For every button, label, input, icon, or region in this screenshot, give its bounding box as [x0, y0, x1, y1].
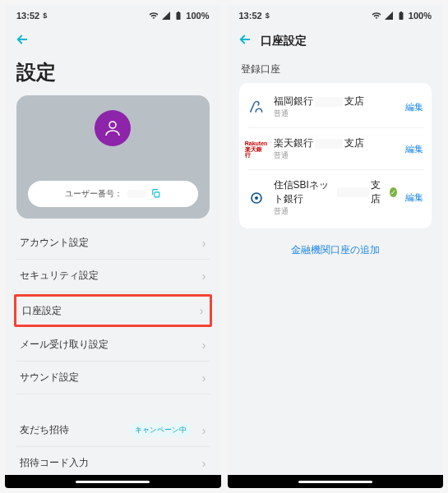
chevron-right-icon: › — [202, 457, 206, 470]
signal-icon — [161, 11, 171, 21]
bank-icon-fukuoka — [247, 98, 266, 116]
back-button[interactable] — [15, 32, 30, 50]
account-info: 福岡銀行 支店 普通 — [274, 94, 398, 119]
content-area: 登録口座 福岡銀行 支店 普通 編集 Rakuten楽天銀行 — [228, 56, 444, 475]
settings-item-security[interactable]: セキュリティ設定 › — [16, 260, 210, 293]
settings-item-invite[interactable]: 友だち招待 キャンペーン中 › — [16, 414, 210, 447]
page-title: 設定 — [16, 59, 210, 85]
account-row-fukuoka[interactable]: 福岡銀行 支店 普通 編集 — [247, 86, 424, 128]
svg-point-0 — [109, 122, 116, 128]
bank-suffix: 支店 — [371, 178, 385, 206]
verified-icon: ✓ — [390, 187, 397, 197]
account-type: 普通 — [274, 108, 398, 119]
campaign-badge: キャンペーン中 — [129, 423, 192, 437]
account-row-rakuten[interactable]: Rakuten楽天銀行 楽天銀行 支店 普通 編集 — [247, 128, 424, 170]
app-bar: 口座設定 — [228, 26, 444, 56]
settings-item-bank-account[interactable]: 口座設定 › — [14, 294, 212, 327]
item-label: サウンド設定 — [20, 371, 79, 385]
android-nav-bar — [5, 475, 221, 488]
chevron-right-icon: › — [202, 339, 206, 352]
phone-right: 13:52 $ 100% 口座設定 登録口座 福岡銀行 — [228, 5, 444, 488]
obscured-branch — [315, 139, 343, 149]
account-type: 普通 — [274, 150, 398, 161]
account-type: 普通 — [274, 206, 398, 217]
settings-item-sound[interactable]: サウンド設定 › — [16, 362, 210, 394]
wifi-icon — [372, 11, 381, 21]
edit-button[interactable]: 編集 — [405, 101, 423, 113]
chevron-right-icon: › — [202, 270, 206, 283]
app-bar — [5, 26, 221, 56]
signal-icon — [384, 11, 394, 21]
settings-item-account[interactable]: アカウント設定 › — [16, 227, 210, 260]
battery-icon — [173, 11, 183, 21]
bank-suffix: 支店 — [344, 94, 364, 108]
avatar[interactable] — [95, 110, 131, 146]
battery-pct: 100% — [186, 11, 209, 21]
bank-prefix: 住信SBIネット銀行 — [274, 178, 335, 206]
back-button[interactable] — [238, 32, 252, 50]
item-label: 友だち招待 — [20, 423, 69, 437]
user-id-value-obscured — [127, 190, 145, 198]
account-info: 住信SBIネット銀行 支店 ✓ 普通 — [274, 178, 398, 217]
chevron-right-icon: › — [202, 371, 206, 385]
settings-item-invite-code[interactable]: 招待コード入力 › — [16, 447, 210, 475]
obscured-branch — [337, 187, 369, 197]
settings-list-2: 友だち招待 キャンペーン中 › 招待コード入力 › ギフトコード入力 › 各種I… — [16, 414, 210, 475]
app-bar-title: 口座設定 — [261, 34, 307, 48]
chevron-right-icon: › — [200, 304, 204, 317]
svg-point-3 — [255, 196, 258, 200]
content-area: 設定 ユーザー番号： アカウント設定 › セキュリティ設定 › — [5, 56, 221, 475]
chevron-right-icon: › — [202, 237, 206, 250]
obscured-branch — [315, 97, 343, 107]
svg-rect-1 — [155, 191, 159, 196]
account-info: 楽天銀行 支店 普通 — [274, 136, 398, 161]
settings-list-1: アカウント設定 › セキュリティ設定 › 口座設定 › メール受け取り設定 › … — [16, 227, 210, 394]
bank-prefix: 福岡銀行 — [274, 94, 313, 108]
accounts-card: 福岡銀行 支店 普通 編集 Rakuten楽天銀行 楽天銀行 支店 普通 — [239, 83, 432, 228]
settings-item-mail[interactable]: メール受け取り設定 › — [16, 329, 210, 362]
battery-pct: 100% — [409, 11, 432, 21]
item-label: メール受け取り設定 — [20, 338, 109, 352]
edit-button[interactable]: 編集 — [405, 191, 423, 204]
user-id-row[interactable]: ユーザー番号： — [28, 181, 198, 207]
wifi-icon — [149, 11, 159, 21]
android-nav-bar — [228, 475, 444, 488]
chevron-right-icon: › — [202, 424, 206, 437]
item-label: 口座設定 — [22, 304, 62, 318]
status-bar: 13:52 $ 100% — [228, 5, 444, 26]
phone-left: 13:52 $ 100% 設定 ユーザー番号： — [5, 5, 221, 488]
status-bar: 13:52 $ 100% — [5, 5, 221, 26]
item-label: アカウント設定 — [20, 236, 89, 250]
bank-suffix: 支店 — [344, 136, 364, 150]
bank-prefix: 楽天銀行 — [274, 136, 313, 150]
user-id-label: ユーザー番号： — [65, 188, 122, 200]
copy-icon[interactable] — [150, 188, 161, 200]
status-time: 13:52 — [16, 11, 39, 21]
add-account-link[interactable]: 金融機関口座の追加 — [239, 243, 432, 257]
status-small-icon: $ — [266, 12, 270, 20]
item-label: 招待コード入力 — [20, 456, 89, 470]
status-time: 13:52 — [239, 11, 262, 21]
profile-card: ユーザー番号： — [16, 95, 210, 219]
battery-icon — [396, 11, 406, 21]
edit-button[interactable]: 編集 — [405, 143, 423, 155]
bank-icon-rakuten: Rakuten楽天銀行 — [247, 140, 266, 158]
nav-handle[interactable] — [298, 481, 372, 483]
account-row-sbi[interactable]: 住信SBIネット銀行 支店 ✓ 普通 編集 — [247, 170, 424, 225]
status-small-icon: $ — [43, 12, 47, 20]
item-label: セキュリティ設定 — [20, 269, 99, 283]
bank-icon-sbi — [247, 189, 266, 207]
nav-handle[interactable] — [76, 481, 150, 483]
section-label: 登録口座 — [241, 62, 432, 76]
